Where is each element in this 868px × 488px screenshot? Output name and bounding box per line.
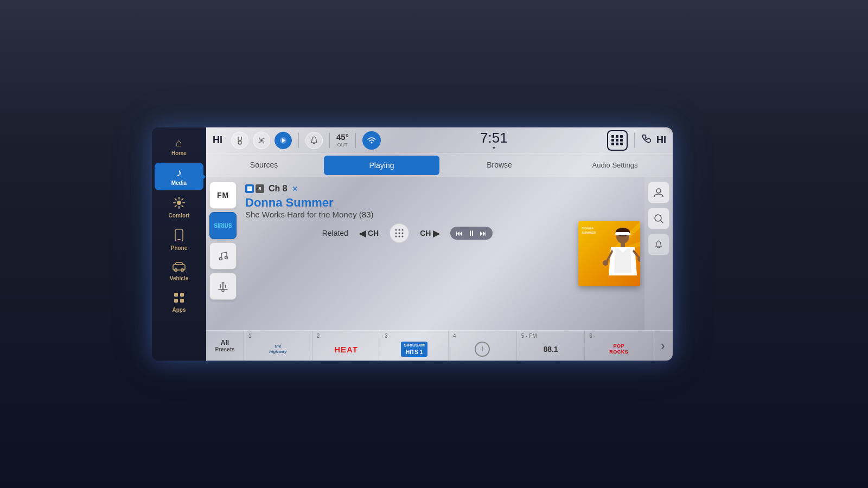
all-label: All [221,339,229,346]
preset-3[interactable]: 3 SIRIUSXMHITS 1 [380,331,449,361]
preset-6[interactable]: 6 POPROCKS [585,331,653,361]
sirius-logo: SIRIUS [214,223,232,229]
preset-logo-2: HEAT [334,340,358,358]
phone-icon [174,229,184,243]
profile-button[interactable] [648,182,669,203]
player-controls: Related ◀ CH [245,219,570,247]
svg-point-26 [399,229,400,231]
vehicle-icon [172,262,186,273]
header-separator-2 [329,133,330,148]
svg-rect-39 [621,243,625,247]
sidebar-item-media[interactable]: ♪ Media [155,163,203,190]
fm-icon: FM [217,191,229,200]
sidebar: ⌂ Home ♪ Media [152,127,206,361]
header-location-right: HI [656,134,666,146]
search-button[interactable] [648,208,669,229]
preset-logo-3: SIRIUSXMHITS 1 [401,340,427,358]
sidebar-vehicle-label: Vehicle [170,275,188,281]
preset-4[interactable]: 4 + [449,331,517,361]
presets-bar: All Presets 1 thehighway 2 HEAT [206,330,673,361]
all-presets-button[interactable]: All Presets [206,331,244,361]
svg-point-30 [402,233,404,234]
svg-point-19 [260,139,263,142]
time-arrow: ▼ [492,145,496,151]
media-icon: ♪ [176,167,182,178]
preset-logo-6: POPROCKS [609,340,628,358]
svg-point-33 [402,236,404,237]
tab-browse[interactable]: Browse [442,153,557,177]
preset-num-6: 6 [589,333,592,339]
svg-rect-15 [180,293,184,297]
channel-number: Ch 8 [269,184,288,194]
comfort-icon [173,197,185,210]
sidebar-item-vehicle[interactable]: Vehicle [155,258,203,286]
nav-tabs: Sources Playing Browse Audio Settings [206,153,673,177]
header-separator-3 [355,133,356,148]
svg-line-6 [182,206,183,207]
svg-point-29 [399,233,400,234]
prev-track-button[interactable]: ⏮ [456,229,463,237]
sidebar-item-comfort[interactable]: Comfort [155,192,203,223]
infotainment-screen: ⌂ Home ♪ Media [152,127,673,361]
sidebar-apps-label: Apps [173,307,186,313]
notification-button[interactable] [648,234,669,255]
presets-label: Presets [215,346,234,352]
svg-point-32 [399,236,400,237]
preset-2[interactable]: 2 HEAT [312,331,381,361]
wifi-button[interactable] [362,131,381,150]
next-track-button[interactable]: ⏭ [480,229,487,237]
temperature-display: 45° OUT [336,132,349,148]
sidebar-media-label: Media [171,180,187,186]
temp-label: OUT [337,142,348,148]
tab-playing[interactable]: Playing [324,156,439,175]
apps-icon [174,292,184,305]
source-buttons: FM SIRIUS [206,177,241,330]
preset-num-5: 5 - FM [521,333,537,339]
keypad-button[interactable] [390,223,409,243]
media-active-button[interactable] [275,132,292,149]
bt-icon-2: 8 [256,184,264,193]
sidebar-item-apps[interactable]: Apps [155,288,203,317]
fm-source-button[interactable]: FM [209,182,237,209]
sidebar-item-phone[interactable]: Phone [155,225,203,255]
seat-heat-button[interactable] [231,132,248,149]
svg-point-0 [177,201,181,205]
svg-line-46 [660,220,663,223]
content-area: FM SIRIUS [206,177,673,330]
preset-5[interactable]: 5 - FM 88.1 [517,331,585,361]
ch-prev-button[interactable]: ◀ CH [359,228,379,239]
svg-point-24 [222,290,224,292]
header-time: 7:51 [480,130,508,146]
svg-line-5 [175,199,176,200]
preset-add-4: + [475,340,490,358]
sidebar-phone-label: Phone [171,245,188,251]
tab-audio-settings[interactable]: Audio Settings [557,153,673,177]
ch-next-button[interactable]: CH ▶ [420,228,439,239]
header-separator-1 [298,133,299,148]
grid-menu-button[interactable] [607,130,628,151]
tab-sources[interactable]: Sources [206,153,322,177]
sidebar-comfort-label: Comfort [169,213,190,219]
fan-button[interactable] [253,132,270,149]
preset-num-1: 1 [248,333,252,339]
home-icon: ⌂ [176,137,182,148]
preset-1[interactable]: 1 thehighway [244,331,312,361]
svg-line-7 [182,199,183,200]
related-button[interactable]: Related [322,229,348,237]
sirius-source-button[interactable]: SIRIUS [209,212,237,239]
svg-point-44 [656,189,661,193]
car-interior: ⌂ Home ♪ Media [0,0,868,488]
header-location-left: HI [213,134,222,146]
sidebar-item-home[interactable]: ⌂ Home [155,133,203,160]
album-art-container: DONNA SUMMER [574,177,644,330]
phone-button-right[interactable] [641,133,652,147]
svg-rect-14 [174,293,178,297]
presets-next-button[interactable]: › [653,331,673,361]
pause-button[interactable]: ⏸ [468,229,475,237]
preset-logo-1: thehighway [245,340,311,358]
header-bell-button[interactable] [305,132,323,149]
connect-source-button[interactable] [209,273,237,300]
svg-point-23 [225,256,228,259]
grid-dots-icon [611,135,623,145]
music-source-button[interactable] [209,242,237,269]
